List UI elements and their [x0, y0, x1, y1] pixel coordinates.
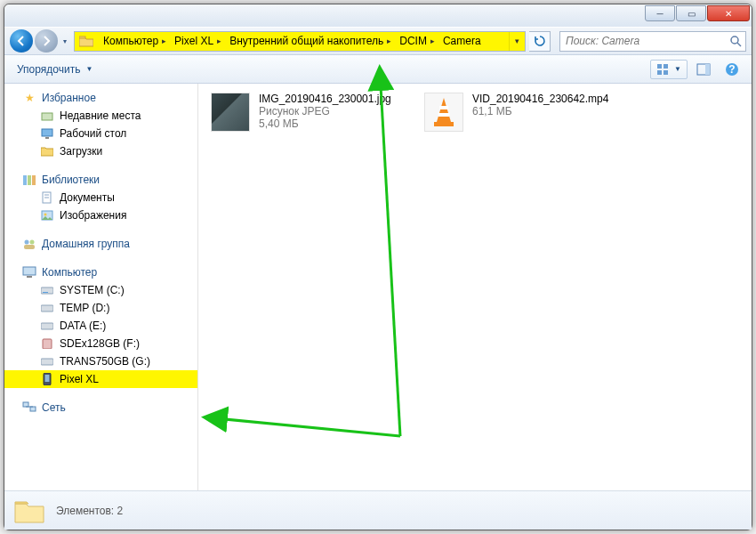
documents-icon — [40, 190, 54, 205]
status-text: Элементов: 2 — [56, 505, 123, 517]
breadcrumb-segment[interactable]: Компьютер▸ — [98, 32, 169, 51]
star-icon: ★ — [22, 91, 36, 105]
explorer-window: ─ ▭ ✕ ▾ Компьютер▸ Pixel XL▸ Внутренний … — [4, 4, 752, 530]
command-bar: Упорядочить ▼ ▼ ? — [4, 55, 752, 84]
sidebar-item-pictures[interactable]: Изображения — [4, 206, 197, 224]
breadcrumb-segment[interactable]: Внутренний общий накопитель▸ — [224, 32, 394, 51]
svg-rect-24 — [24, 245, 35, 249]
libraries-group: Библиотеки Документы Изображения — [4, 171, 197, 224]
chevron-right-icon[interactable]: ▸ — [162, 36, 166, 45]
sidebar-item-documents[interactable]: Документы — [4, 189, 197, 206]
sidebar-drive-d[interactable]: TEMP (D:) — [4, 299, 197, 317]
svg-rect-28 — [43, 292, 48, 293]
libraries-header[interactable]: Библиотеки — [4, 171, 197, 189]
nav-buttons: ▾ — [10, 29, 70, 53]
refresh-icon — [534, 35, 546, 47]
file-list[interactable]: IMG_20190416_230001.jpg Рисунок JPEG 5,4… — [198, 84, 752, 490]
svg-text:?: ? — [728, 63, 735, 76]
sidebar-item-downloads[interactable]: Загрузки — [4, 142, 197, 160]
sidebar-item-desktop[interactable]: Рабочий стол — [4, 125, 197, 142]
network-header[interactable]: Сеть — [4, 399, 197, 417]
chevron-right-icon[interactable]: ▸ — [217, 36, 221, 45]
breadcrumb-segment[interactable]: Camera — [438, 32, 484, 51]
breadcrumb-label: DCIM — [399, 35, 427, 47]
search-box[interactable] — [559, 31, 746, 52]
file-type: Рисунок JPEG — [259, 105, 391, 117]
organize-label: Упорядочить — [17, 63, 80, 76]
back-button[interactable] — [10, 29, 33, 53]
chevron-right-icon[interactable]: ▸ — [387, 36, 391, 45]
breadcrumb-label: Внутренний общий накопитель — [229, 35, 383, 47]
svg-rect-5 — [664, 64, 668, 69]
breadcrumb-label: Pixel XL — [174, 35, 213, 47]
preview-pane-button[interactable] — [691, 60, 716, 79]
file-thumbnail — [211, 93, 250, 132]
item-label: DATA (E:) — [60, 320, 106, 332]
svg-rect-39 — [438, 113, 450, 117]
breadcrumb-segment[interactable]: DCIM▸ — [394, 32, 438, 51]
svg-rect-12 — [42, 129, 52, 136]
item-label: Pixel XL — [60, 373, 99, 385]
svg-rect-16 — [32, 175, 36, 185]
homegroup-icon — [22, 237, 36, 251]
svg-rect-4 — [657, 70, 662, 75]
favorites-header[interactable]: ★ Избранное — [4, 89, 197, 107]
sidebar-device-pixel-xl[interactable]: Pixel XL — [4, 370, 197, 388]
minimize-button[interactable]: ─ — [645, 5, 675, 21]
homegroup-group: Домашняя группа — [4, 235, 197, 253]
forward-button[interactable] — [35, 29, 58, 53]
sidebar-drive-f[interactable]: SDEx128GB (F:) — [4, 335, 197, 352]
drive-icon — [40, 319, 54, 333]
sidebar-drive-c[interactable]: SYSTEM (C:) — [4, 281, 197, 299]
view-options-button[interactable]: ▼ — [650, 60, 688, 79]
search-icon[interactable] — [726, 35, 745, 47]
computer-header[interactable]: Компьютер — [4, 263, 197, 281]
organize-button[interactable]: Упорядочить ▼ — [12, 61, 98, 78]
svg-rect-35 — [23, 402, 28, 407]
address-dropdown[interactable]: ▾ — [509, 32, 525, 51]
main-area: ★ Избранное Недавние места Рабочий стол … — [4, 84, 752, 490]
svg-rect-26 — [27, 276, 32, 278]
svg-rect-6 — [664, 70, 668, 75]
svg-rect-36 — [30, 407, 36, 411]
file-name: VID_20190416_230642.mp4 — [472, 93, 608, 105]
help-button[interactable]: ? — [720, 60, 744, 79]
svg-rect-32 — [41, 359, 53, 365]
sd-icon — [40, 336, 54, 351]
maximize-button[interactable]: ▭ — [676, 5, 706, 21]
favorites-group: ★ Избранное Недавние места Рабочий стол … — [4, 89, 197, 160]
network-group: Сеть — [4, 399, 197, 417]
view-icon — [656, 63, 671, 76]
sidebar-item-recent[interactable]: Недавние места — [4, 107, 197, 125]
drive-icon — [40, 301, 54, 315]
svg-rect-8 — [705, 64, 710, 75]
svg-line-2 — [737, 43, 741, 46]
close-button[interactable]: ✕ — [707, 5, 750, 21]
item-label: SDEx128GB (F:) — [60, 337, 140, 350]
breadcrumb-label: Компьютер — [103, 35, 158, 47]
homegroup-header[interactable]: Домашняя группа — [4, 235, 197, 253]
file-item[interactable]: IMG_20190416_230001.jpg Рисунок JPEG 5,4… — [211, 93, 406, 132]
item-label: Документы — [60, 191, 115, 204]
group-label: Библиотеки — [42, 174, 100, 186]
svg-rect-25 — [23, 267, 36, 275]
phone-icon — [40, 372, 54, 386]
folder-icon — [13, 497, 45, 525]
group-label: Компьютер — [42, 266, 97, 279]
file-item[interactable]: VID_20190416_230642.mp4 61,1 МБ — [424, 93, 620, 132]
recent-icon — [40, 109, 54, 123]
svg-point-1 — [731, 36, 738, 44]
breadcrumb-segment[interactable]: Pixel XL▸ — [169, 32, 224, 51]
address-bar[interactable]: Компьютер▸ Pixel XL▸ Внутренний общий на… — [74, 31, 526, 52]
nav-history-dropdown[interactable]: ▾ — [60, 29, 70, 53]
refresh-button[interactable] — [529, 31, 551, 52]
titlebar: ─ ▭ ✕ — [4, 4, 752, 27]
computer-icon — [22, 265, 36, 279]
search-input[interactable] — [560, 35, 726, 47]
chevron-right-icon[interactable]: ▸ — [430, 36, 435, 45]
item-label: Загрузки — [60, 145, 102, 158]
navigation-row: ▾ Компьютер▸ Pixel XL▸ Внутренний общий … — [4, 27, 752, 55]
navigation-pane[interactable]: ★ Избранное Недавние места Рабочий стол … — [4, 84, 198, 490]
sidebar-drive-e[interactable]: DATA (E:) — [4, 317, 197, 335]
sidebar-drive-g[interactable]: TRANS750GB (G:) — [4, 352, 197, 370]
